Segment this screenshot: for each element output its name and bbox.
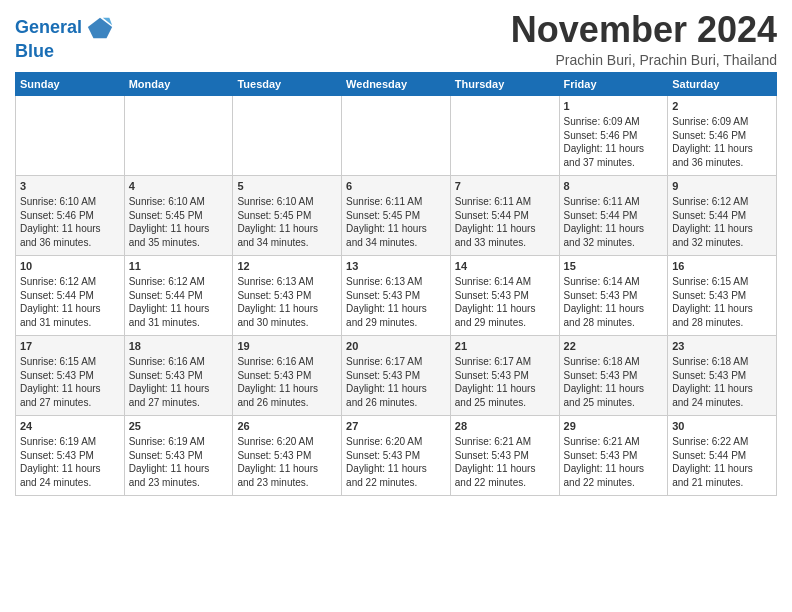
- day-info: Sunrise: 6:09 AM: [564, 115, 664, 129]
- logo-blue: Blue: [15, 42, 114, 62]
- day-info: Daylight: 11 hours: [129, 382, 229, 396]
- day-info: Daylight: 11 hours: [564, 222, 664, 236]
- day-info: and 35 minutes.: [129, 236, 229, 250]
- col-friday: Friday: [559, 72, 668, 95]
- day-number: 29: [564, 419, 664, 434]
- day-info: and 36 minutes.: [672, 156, 772, 170]
- calendar-cell: 6Sunrise: 6:11 AMSunset: 5:45 PMDaylight…: [342, 175, 451, 255]
- day-info: Daylight: 11 hours: [672, 222, 772, 236]
- col-monday: Monday: [124, 72, 233, 95]
- day-info: and 22 minutes.: [346, 476, 446, 490]
- day-info: Daylight: 11 hours: [20, 222, 120, 236]
- calendar-cell: [450, 95, 559, 175]
- day-info: Daylight: 11 hours: [564, 382, 664, 396]
- calendar-cell: 24Sunrise: 6:19 AMSunset: 5:43 PMDayligh…: [16, 415, 125, 495]
- day-info: and 23 minutes.: [237, 476, 337, 490]
- day-info: and 29 minutes.: [346, 316, 446, 330]
- day-info: and 26 minutes.: [237, 396, 337, 410]
- day-info: and 24 minutes.: [20, 476, 120, 490]
- day-info: and 23 minutes.: [129, 476, 229, 490]
- calendar-cell: [233, 95, 342, 175]
- day-info: Sunset: 5:43 PM: [129, 369, 229, 383]
- day-info: Sunset: 5:45 PM: [129, 209, 229, 223]
- day-info: Sunrise: 6:10 AM: [20, 195, 120, 209]
- day-info: Sunrise: 6:15 AM: [672, 275, 772, 289]
- day-info: Sunrise: 6:19 AM: [129, 435, 229, 449]
- day-info: Sunset: 5:43 PM: [237, 369, 337, 383]
- calendar-cell: [16, 95, 125, 175]
- day-info: Sunset: 5:43 PM: [346, 449, 446, 463]
- day-info: Sunset: 5:43 PM: [346, 289, 446, 303]
- col-thursday: Thursday: [450, 72, 559, 95]
- col-sunday: Sunday: [16, 72, 125, 95]
- day-info: Sunset: 5:46 PM: [20, 209, 120, 223]
- day-info: Sunset: 5:45 PM: [346, 209, 446, 223]
- day-number: 8: [564, 179, 664, 194]
- day-info: Sunset: 5:44 PM: [564, 209, 664, 223]
- day-info: Daylight: 11 hours: [672, 382, 772, 396]
- day-info: Sunrise: 6:14 AM: [564, 275, 664, 289]
- calendar-week-4: 17Sunrise: 6:15 AMSunset: 5:43 PMDayligh…: [16, 335, 777, 415]
- day-info: and 26 minutes.: [346, 396, 446, 410]
- day-info: Sunrise: 6:12 AM: [129, 275, 229, 289]
- day-info: Sunset: 5:43 PM: [564, 449, 664, 463]
- day-info: Sunrise: 6:10 AM: [237, 195, 337, 209]
- day-info: Daylight: 11 hours: [129, 302, 229, 316]
- day-info: Daylight: 11 hours: [564, 462, 664, 476]
- day-info: and 27 minutes.: [20, 396, 120, 410]
- calendar-week-5: 24Sunrise: 6:19 AMSunset: 5:43 PMDayligh…: [16, 415, 777, 495]
- day-info: and 31 minutes.: [20, 316, 120, 330]
- day-info: Sunrise: 6:09 AM: [672, 115, 772, 129]
- calendar-week-1: 1Sunrise: 6:09 AMSunset: 5:46 PMDaylight…: [16, 95, 777, 175]
- calendar-cell: [342, 95, 451, 175]
- day-info: and 21 minutes.: [672, 476, 772, 490]
- day-info: Daylight: 11 hours: [564, 142, 664, 156]
- title-block: November 2024 Prachin Buri, Prachin Buri…: [511, 10, 777, 68]
- day-info: Daylight: 11 hours: [455, 222, 555, 236]
- day-info: Sunset: 5:44 PM: [672, 209, 772, 223]
- calendar-cell: 15Sunrise: 6:14 AMSunset: 5:43 PMDayligh…: [559, 255, 668, 335]
- col-saturday: Saturday: [668, 72, 777, 95]
- day-info: Sunset: 5:43 PM: [455, 369, 555, 383]
- calendar-cell: 23Sunrise: 6:18 AMSunset: 5:43 PMDayligh…: [668, 335, 777, 415]
- day-info: Sunrise: 6:16 AM: [129, 355, 229, 369]
- logo-text: General: [15, 18, 82, 38]
- day-number: 3: [20, 179, 120, 194]
- day-info: Sunset: 5:43 PM: [346, 369, 446, 383]
- day-info: Daylight: 11 hours: [455, 302, 555, 316]
- calendar-cell: 28Sunrise: 6:21 AMSunset: 5:43 PMDayligh…: [450, 415, 559, 495]
- location: Prachin Buri, Prachin Buri, Thailand: [511, 52, 777, 68]
- day-info: and 25 minutes.: [564, 396, 664, 410]
- day-number: 11: [129, 259, 229, 274]
- day-number: 2: [672, 99, 772, 114]
- day-info: and 36 minutes.: [20, 236, 120, 250]
- calendar-cell: 4Sunrise: 6:10 AMSunset: 5:45 PMDaylight…: [124, 175, 233, 255]
- day-info: and 28 minutes.: [564, 316, 664, 330]
- day-info: and 22 minutes.: [455, 476, 555, 490]
- day-number: 5: [237, 179, 337, 194]
- day-info: Sunset: 5:43 PM: [564, 289, 664, 303]
- calendar-cell: 20Sunrise: 6:17 AMSunset: 5:43 PMDayligh…: [342, 335, 451, 415]
- day-info: Daylight: 11 hours: [237, 462, 337, 476]
- day-info: Daylight: 11 hours: [237, 302, 337, 316]
- calendar-cell: 26Sunrise: 6:20 AMSunset: 5:43 PMDayligh…: [233, 415, 342, 495]
- day-info: Daylight: 11 hours: [672, 302, 772, 316]
- day-number: 12: [237, 259, 337, 274]
- day-info: and 37 minutes.: [564, 156, 664, 170]
- day-info: Sunrise: 6:21 AM: [564, 435, 664, 449]
- calendar-cell: 27Sunrise: 6:20 AMSunset: 5:43 PMDayligh…: [342, 415, 451, 495]
- calendar-cell: 10Sunrise: 6:12 AMSunset: 5:44 PMDayligh…: [16, 255, 125, 335]
- day-info: Daylight: 11 hours: [346, 302, 446, 316]
- logo: General Blue: [15, 14, 114, 62]
- day-number: 19: [237, 339, 337, 354]
- day-info: Sunset: 5:43 PM: [672, 369, 772, 383]
- day-info: Daylight: 11 hours: [672, 142, 772, 156]
- day-info: Sunrise: 6:13 AM: [237, 275, 337, 289]
- day-info: Sunset: 5:44 PM: [129, 289, 229, 303]
- day-info: Sunset: 5:43 PM: [237, 289, 337, 303]
- day-info: Sunrise: 6:12 AM: [20, 275, 120, 289]
- day-number: 9: [672, 179, 772, 194]
- day-number: 14: [455, 259, 555, 274]
- calendar-cell: 18Sunrise: 6:16 AMSunset: 5:43 PMDayligh…: [124, 335, 233, 415]
- col-wednesday: Wednesday: [342, 72, 451, 95]
